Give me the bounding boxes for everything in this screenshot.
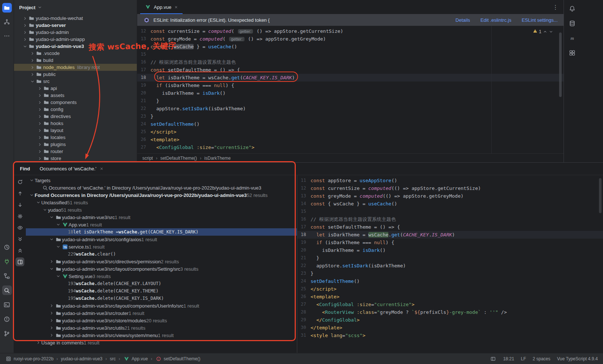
banner-link[interactable]: ESLint settings... [521,17,558,23]
banner-link[interactable]: Edit .eslintrc.js [481,17,512,23]
find-result-row[interactable]: yudao-ui-admin-vue3/src/layout/component… [26,265,297,273]
code-line-27[interactable]: 27 <ConfigGlobal :size="currentSize"> [137,143,564,151]
search-tool-button[interactable] [2,285,12,295]
chevron-right-icon[interactable] [30,51,35,56]
breadcrumb-module[interactable]: yudao-ui-admin-vue3 [61,356,103,361]
chevron-down-icon[interactable] [30,79,35,84]
find-result-row[interactable]: Occurrences of 'wsCache.' in Directory /… [26,184,297,191]
chevron-up-icon[interactable] [543,30,547,34]
code-line-23[interactable]: 23} [297,270,603,277]
find-result-row[interactable]: yudao-ui-admin-vue3/src/directives/permi… [26,258,297,265]
find-result-row[interactable]: App.vue 1 result [26,221,297,228]
project-tree-item[interactable]: src [14,78,137,85]
chevron-down-icon[interactable] [55,245,61,249]
find-result-row[interactable]: 18 let isDarkTheme = wsCache.get(CACHE_K… [26,228,297,236]
project-tree-item[interactable]: directives [14,113,137,120]
close-tab-icon[interactable] [174,5,178,9]
project-panel-title[interactable]: Project [19,5,35,10]
chevron-right-icon[interactable] [30,65,35,70]
project-tree-item[interactable]: plugins [14,141,137,148]
breadcrumb-item[interactable]: script [142,156,153,161]
breadcrumb-function[interactable]: fsetDefaultTheme() [155,356,200,361]
find-result-row[interactable]: Found Occurrences in Directory /Users/yu… [26,191,297,199]
code-editor[interactable]: 12const currentSize = computed( getter: … [137,26,564,153]
line-separator[interactable]: LF [521,356,526,361]
find-result-row[interactable]: 193 wsCache.delete(CACHE_KEY.LAYOUT) [26,280,297,287]
code-line-15[interactable]: 15 [297,208,603,215]
preview-scrollbar[interactable] [599,178,602,213]
editor-options-icon[interactable]: ⋮ [552,4,564,11]
collapse-all-button[interactable] [15,246,24,255]
chevron-right-icon[interactable] [37,121,43,126]
chevron-down-icon[interactable] [29,193,35,197]
code-line-25[interactable]: 25</script> [297,285,603,293]
code-line-20[interactable]: 20 isDarkTheme = isDark() [137,89,564,97]
editor-scrollbar[interactable] [559,32,562,97]
preview-usages-button[interactable] [15,223,24,232]
breadcrumb-item[interactable]: setDefaultTheme() [160,156,197,161]
find-result-row[interactable]: yudao-ui-admin-vue3/src/config/axios 1 r… [26,236,297,243]
editor-layout-widget[interactable] [490,356,496,361]
project-tree-item[interactable]: hooks [14,120,137,127]
find-result-row[interactable]: yudao-ui-admin-vue3/src/utils 21 results [26,324,297,332]
chevron-down-icon[interactable] [29,178,35,183]
project-tree-item[interactable]: yudao-module-wechat [14,15,137,22]
code-line-26[interactable]: 26<template> [297,293,603,301]
maven-button[interactable]: m [567,33,577,43]
dependencies-button[interactable] [567,48,577,58]
project-tree-item[interactable]: yudao-ui-admin [14,29,137,36]
open-in-preview-button[interactable] [15,257,24,266]
next-occurrence-button[interactable] [15,200,24,209]
chevron-right-icon[interactable] [37,100,43,105]
rerun-search-button[interactable] [15,177,24,186]
code-line-12[interactable]: 12const currentSize = computed(() => app… [297,184,603,192]
file-type[interactable]: Vue TypeScript 4.9.4 [557,356,598,361]
code-line-30[interactable]: 30</template> [297,324,603,332]
find-result-row[interactable]: Usage in comments 1 result [26,339,297,346]
chevron-right-icon[interactable] [22,37,28,42]
project-tree-item[interactable]: api [14,85,137,92]
chevron-down-icon[interactable] [38,5,42,10]
code-line-12[interactable]: 12const currentSize = computed( getter: … [137,27,564,35]
chevron-right-icon[interactable] [49,304,55,308]
code-line-14[interactable]: 14const { wsCache } = useCache() [137,43,564,51]
code-line-27[interactable]: 27 <ConfigGlobal :size="currentSize"> [297,301,603,308]
caret-position[interactable]: 18:21 [503,356,514,361]
chevron-right-icon[interactable] [37,86,43,91]
code-line-31[interactable]: 31<style lang="scss"> [297,332,603,339]
chevron-right-icon[interactable] [22,30,28,35]
code-line-14[interactable]: 14const { wsCache } = useCache() [297,200,603,208]
project-tree-item[interactable]: node_moduleslibrary root [14,64,137,71]
chevron-down-icon[interactable] [35,200,41,205]
project-tool-button[interactable] [2,3,12,13]
chevron-right-icon[interactable] [37,128,43,133]
code-line-22[interactable]: 22 appStore.setIsDark(isDarkTheme) [297,262,603,270]
expand-all-button[interactable] [15,235,24,243]
problems-tool-button[interactable] [2,314,12,324]
project-tree-item[interactable]: public [14,71,137,78]
chevron-down-icon[interactable] [55,274,61,278]
code-line-29[interactable]: 29 </ConfigGlobal> [297,316,603,324]
find-result-row[interactable]: Targets [26,177,297,184]
breadcrumb-file[interactable]: App.vue [123,356,148,361]
chevron-right-icon[interactable] [22,16,28,21]
chevron-right-icon[interactable] [49,259,55,264]
chevron-right-icon[interactable] [49,333,55,337]
chevron-down-icon[interactable] [49,215,55,219]
terminal-tool-button[interactable] [2,300,12,309]
chevron-right-icon[interactable] [37,107,43,112]
chevron-down-icon[interactable] [49,267,55,271]
tab-app-vue[interactable]: App.vue [140,0,183,14]
services-tool-button[interactable] [2,257,12,266]
notifications-button[interactable] [567,4,577,13]
find-result-row[interactable]: yudao 51 results [26,206,297,214]
code-line-13[interactable]: 13const greyMode = computed(() => appSto… [297,192,603,200]
project-tree-item[interactable]: config [14,106,137,113]
code-line-13[interactable]: 13const greyMode = computed( getter: () … [137,35,564,43]
find-result-row[interactable]: Unclassified 51 results [26,199,297,206]
code-line-23[interactable]: 23} [137,112,564,120]
chevron-right-icon[interactable] [37,156,43,161]
code-line-19[interactable]: 19 if (isDarkTheme === null) { [137,82,564,89]
chevron-down-icon[interactable] [42,208,48,212]
code-line-24[interactable]: 24setDefaultTheme() [137,120,564,128]
